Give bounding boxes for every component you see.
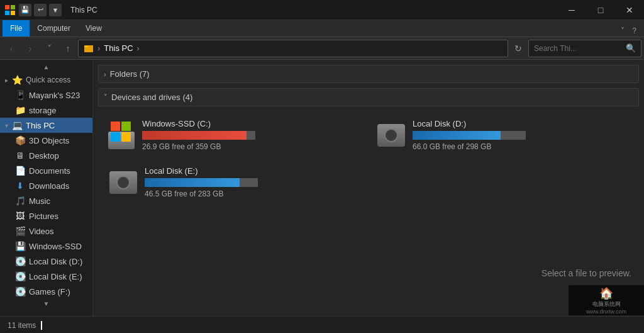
drive-c-icon: 💾	[15, 241, 25, 251]
sidebar-label-3d-objects: 3D Objects	[29, 136, 69, 145]
quick-access-btn-3[interactable]: ▼	[49, 4, 62, 16]
tab-file[interactable]: File	[3, 20, 30, 37]
sidebar-item-quick-access[interactable]: ▸ ⭐ Quick access	[0, 72, 92, 87]
sidebar-item-this-pc[interactable]: ▾ 💻 This PC	[0, 118, 92, 133]
quick-access-arrow: ▸	[5, 77, 8, 84]
drive-e-item[interactable]: Local Disk (E:) 46.5 GB free of 283 GB	[103, 161, 366, 203]
sidebar-item-documents[interactable]: 📄 Documents	[0, 163, 92, 178]
sidebar-item-3d-objects[interactable]: 📦 3D Objects	[0, 133, 92, 148]
drive-c-name: Windows-SSD (C:)	[142, 119, 361, 128]
forward-button[interactable]: ›	[21, 40, 39, 57]
ribbon: File Computer View ˅ ?	[0, 20, 644, 37]
status-bar: 11 items	[0, 316, 644, 333]
quick-access-btn-1[interactable]: 💾	[19, 4, 31, 16]
drives-section-header[interactable]: ˅ Devices and drives (4)	[98, 88, 639, 106]
drive-d-bar-bg	[413, 131, 526, 140]
window-title: This PC	[70, 6, 97, 14]
sidebar-item-mayanks-s23[interactable]: 📱 Mayank's S23	[0, 87, 92, 103]
sidebar-label-desktop: Desktop	[29, 151, 59, 161]
sidebar-item-desktop[interactable]: 🖥 Desktop	[0, 148, 92, 163]
computer-icon: 💻	[12, 120, 22, 130]
tab-view[interactable]: View	[78, 20, 109, 37]
drive-e-icon	[108, 167, 138, 198]
drive-c-icon	[108, 121, 136, 149]
svg-rect-1	[11, 5, 15, 9]
scroll-down-button[interactable]: ▼	[43, 300, 50, 307]
this-pc-arrow: ▾	[5, 122, 8, 129]
sidebar-item-downloads[interactable]: ⬇ Downloads	[0, 178, 92, 193]
address-bar: ‹ › ˅ ↑ › This PC › ↻ 🔍	[0, 37, 644, 60]
sidebar-label-music: Music	[29, 196, 50, 206]
search-box[interactable]: 🔍	[528, 40, 641, 57]
sidebar-label-games-f: Games (F:)	[29, 287, 70, 296]
preview-text: Select a file to preview.	[541, 268, 631, 278]
drive-e-icon: 💽	[15, 271, 25, 281]
drive-d-item[interactable]: Local Disk (D:) 66.0 GB free of 298 GB	[371, 114, 634, 156]
sidebar: ▲ ▸ ⭐ Quick access 📱 Mayank's S23 📁 stor…	[0, 60, 93, 316]
drive-c-item[interactable]: Windows-SSD (C:) 26.9 GB free of 359 GB	[103, 114, 366, 156]
drives-grid: Windows-SSD (C:) 26.9 GB free of 359 GB …	[98, 111, 639, 206]
drive-c-bar-bg	[142, 131, 255, 140]
drive-f-icon: 💽	[15, 286, 25, 296]
watermark-text: 电脑系统网	[592, 300, 621, 308]
drives-arrow: ˅	[104, 93, 108, 101]
sidebar-item-pictures[interactable]: 🖼 Pictures	[0, 208, 92, 223]
drives-section-title: Devices and drives (4)	[111, 93, 192, 102]
sidebar-item-storage[interactable]: 📁 storage	[0, 103, 92, 118]
ribbon-expand-arrow[interactable]: ˅	[618, 25, 627, 37]
folders-section-title: Folders (7)	[110, 69, 150, 79]
sidebar-label-windows-ssd: Windows-SSD	[29, 242, 82, 251]
close-button[interactable]: ✕	[615, 0, 644, 20]
path-this-pc: This PC	[104, 43, 133, 53]
win-logo-yellow	[121, 132, 131, 142]
scroll-up-button[interactable]: ▲	[43, 64, 50, 71]
maximize-button[interactable]: □	[586, 0, 615, 20]
downloads-icon: ⬇	[15, 181, 25, 191]
drive-c-space: 26.9 GB free of 359 GB	[142, 142, 361, 151]
minimize-button[interactable]: ─	[557, 0, 586, 20]
search-input[interactable]	[534, 44, 623, 53]
title-bar: 💾 ↩ ▼ This PC ─ □ ✕	[0, 0, 644, 20]
watermark-url: www.dnxtw.com	[586, 308, 626, 315]
ribbon-help-icon[interactable]: ?	[630, 25, 639, 37]
drive-e-name: Local Disk (E:)	[145, 166, 361, 176]
svg-rect-0	[5, 5, 9, 9]
sidebar-label-quick-access: Quick access	[26, 76, 70, 84]
refresh-button[interactable]: ↻	[509, 40, 527, 57]
drive-c-bar-fill	[142, 131, 247, 140]
search-icon: 🔍	[626, 43, 636, 53]
drive-e-bar-fill	[145, 178, 240, 187]
hdd-d-shape	[377, 124, 405, 147]
recent-locations-button[interactable]: ˅	[40, 40, 58, 57]
watermark-icon: 🏠	[599, 286, 613, 300]
videos-icon: 🎬	[15, 226, 25, 236]
up-button[interactable]: ↑	[59, 40, 77, 57]
window-controls: ─ □ ✕	[557, 0, 644, 20]
folders-section-header[interactable]: › Folders (7)	[98, 65, 639, 83]
tab-computer[interactable]: Computer	[30, 20, 78, 37]
folders-arrow: ›	[104, 71, 106, 78]
drive-d-space: 66.0 GB free of 298 GB	[413, 142, 629, 151]
status-cursor	[41, 321, 42, 330]
quick-access-btn-2[interactable]: ↩	[34, 4, 47, 16]
ribbon-tab-bar: File Computer View ˅ ?	[0, 20, 644, 37]
sidebar-label-documents: Documents	[29, 166, 70, 176]
address-path-bar[interactable]: › This PC ›	[78, 40, 508, 57]
sidebar-item-local-disk-e[interactable]: 💽 Local Disk (E:)	[0, 269, 92, 284]
back-button[interactable]: ‹	[3, 40, 20, 57]
sidebar-item-games-f[interactable]: 💽 Games (F:)	[0, 284, 92, 299]
ribbon-end-controls: ˅ ?	[618, 25, 641, 37]
path-segment-1: ›	[97, 43, 100, 53]
drive-c-info: Windows-SSD (C:) 26.9 GB free of 359 GB	[142, 119, 361, 151]
sidebar-item-local-disk-d[interactable]: 💽 Local Disk (D:)	[0, 254, 92, 269]
star-icon: ⭐	[12, 75, 22, 85]
documents-icon: 📄	[15, 166, 25, 176]
pictures-icon: 🖼	[15, 211, 25, 221]
win-logo-green	[121, 121, 131, 131]
desktop-icon: 🖥	[15, 150, 25, 161]
sidebar-label-local-disk-e: Local Disk (E:)	[29, 272, 82, 281]
win-logo-blue	[111, 132, 120, 142]
sidebar-item-videos[interactable]: 🎬 Videos	[0, 223, 92, 239]
sidebar-item-windows-ssd[interactable]: 💾 Windows-SSD	[0, 239, 92, 254]
sidebar-item-music[interactable]: 🎵 Music	[0, 193, 92, 208]
